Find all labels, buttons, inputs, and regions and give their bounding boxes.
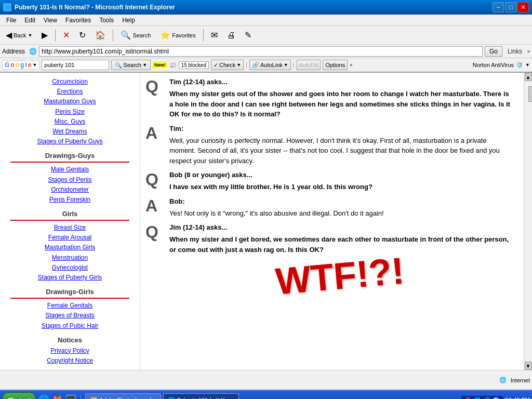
stop-icon: ✕	[63, 30, 70, 40]
status-bar: 🌐 Internet	[0, 370, 532, 390]
taskbar-firefox-icon[interactable]: 🦊	[51, 394, 63, 399]
answer-label: Bob:	[169, 197, 513, 205]
google-logo[interactable]: Google ▼	[2, 60, 39, 70]
menu-view[interactable]: View	[39, 16, 61, 25]
favorites-button[interactable]: ⭐ Favorites	[156, 28, 199, 43]
qa-question-row: QBob (8 or younger) asks...I have sex wi…	[145, 171, 513, 192]
sidebar-link[interactable]: Masturbation Girls	[0, 243, 140, 252]
q-letter: Q	[145, 78, 161, 95]
answer-content: Bob:Yes! Not only is it "wrong," it's al…	[169, 197, 513, 219]
sidebar-link[interactable]: Male Genitals	[0, 165, 140, 175]
q-letter: Q	[145, 171, 161, 188]
sidebar-section-girls: Girls	[0, 210, 140, 218]
menu-edit[interactable]: Edit	[20, 16, 39, 25]
google-search-button[interactable]: 🔍 Search ▼	[111, 60, 151, 70]
taskbar-icon-3[interactable]: 🖥️	[65, 394, 76, 399]
menu-favorites[interactable]: Favorites	[61, 16, 95, 25]
search-button[interactable]: 🔍 Search	[117, 28, 154, 43]
maximize-button[interactable]: □	[505, 2, 516, 12]
address-bar: Address 🌐 Go Links »	[0, 45, 532, 58]
back-dropdown-icon[interactable]: ▼	[28, 33, 32, 38]
taskbar-photoshop[interactable]: 🖼️ Adobe Photoshop - [...	[85, 393, 161, 399]
refresh-button[interactable]: ↻	[75, 28, 89, 43]
scroll-down-button[interactable]: ▼	[525, 362, 532, 370]
autolink-button[interactable]: 🔗 AutoLink ▼	[249, 60, 291, 70]
menu-file[interactable]: File	[2, 16, 20, 25]
question-asker: Jim (12-14) asks...	[169, 223, 513, 231]
sidebar-link[interactable]: Stages of Pubic Hair	[0, 321, 140, 331]
question-content: Tim (12-14) asks...When my sister gets o…	[169, 78, 513, 119]
menu-tools[interactable]: Tools	[95, 16, 118, 25]
scroll-up-button[interactable]: ▲	[525, 73, 532, 81]
minimize-button[interactable]: −	[493, 2, 504, 12]
antivirus-icon: 🛡️	[493, 397, 500, 399]
autolink-dropdown-icon[interactable]: ▼	[284, 62, 288, 68]
sidebar-section-drawings-girls: Drawings-Girls	[0, 288, 140, 296]
sidebar-link[interactable]: Stages of Puberty Guys	[0, 137, 140, 147]
sidebar-link[interactable]: Circumcision	[0, 77, 140, 87]
google-dropdown-icon[interactable]: ▼	[32, 62, 37, 68]
home-button[interactable]: 🏠	[91, 28, 109, 43]
autofill-button[interactable]: AutoFill	[297, 60, 321, 70]
browser-content: CircumcisionErectionsMasturbation GuysPe…	[0, 73, 532, 370]
sidebar-link[interactable]: Wet Dreams	[0, 127, 140, 137]
google-search-input[interactable]	[42, 60, 109, 70]
toolbar: ◀ Back ▼ ▶ ✕ ↻ 🏠 🔍 Search ⭐ Favorites ✉ …	[0, 26, 532, 45]
options-button[interactable]: Options	[323, 60, 348, 70]
sidebar-link[interactable]: Orchidometer	[0, 185, 140, 195]
sidebar-link[interactable]: Misc. Guys	[0, 117, 140, 127]
norton-area: Norton AntiVirus 🛡️ ▼	[473, 62, 530, 69]
check-button[interactable]: ✓ Check ▼	[211, 60, 244, 70]
address-input[interactable]	[39, 46, 483, 57]
sidebar-link[interactable]: Copyright Notice	[0, 356, 140, 366]
sidebar-link[interactable]: Female Genitals	[0, 301, 140, 311]
taskbar-ie-window[interactable]: 🌐 Puberty 101-Is It Nor...	[163, 393, 239, 399]
links-button[interactable]: Links	[504, 47, 525, 56]
norton-dropdown-icon[interactable]: ▼	[525, 62, 530, 68]
taskbar-ie-icon[interactable]: 🌐	[38, 394, 49, 399]
menu-help[interactable]: Help	[118, 16, 139, 25]
question-content: Bob (8 or younger) asks...I have sex wit…	[169, 171, 513, 192]
title-bar: 🌐 Puberty 101-Is It Normal? - Microsoft …	[0, 0, 532, 15]
a-letter: A	[145, 197, 161, 214]
scrollbar[interactable]: ▲ ▼	[524, 73, 532, 370]
toolbar-separator-1	[55, 29, 56, 42]
sidebar-link[interactable]: Masturbation Guys	[0, 97, 140, 107]
windows-icon: ⊞	[8, 396, 14, 399]
sidebar-link[interactable]: Privacy Policy	[0, 346, 140, 356]
go-button[interactable]: Go	[485, 46, 502, 57]
edit-button[interactable]: ✎	[241, 28, 255, 43]
sidebar-link[interactable]: Stages of Puberty Girls	[0, 273, 140, 283]
google-search-dropdown-icon[interactable]: ▼	[142, 62, 147, 68]
sidebar-link[interactable]: Menstruation	[0, 253, 140, 263]
sidebar-section-drawings-guys: Drawings-Guys	[0, 152, 140, 159]
answer-body: Yes! Not only is it "wrong," it's also a…	[169, 208, 513, 219]
sidebar-link[interactable]: Erections	[0, 87, 140, 97]
sidebar-links-group5: Privacy PolicyCopyright Notice	[0, 346, 140, 366]
start-button[interactable]: ⊞ start	[2, 392, 36, 399]
mail-button[interactable]: ✉	[207, 28, 221, 43]
sidebar-link[interactable]: Stages of Breasts	[0, 311, 140, 321]
scroll-thumb[interactable]	[528, 86, 533, 102]
mail-icon: ✉	[211, 30, 218, 40]
back-button[interactable]: ◀ Back ▼	[2, 28, 36, 43]
ie-taskbar-icon: 🌐	[168, 397, 175, 399]
sidebar-link[interactable]: Penis Size	[0, 107, 140, 117]
check-dropdown-icon[interactable]: ▼	[236, 62, 241, 68]
sidebar-link[interactable]: Female Arousal	[0, 233, 140, 243]
sidebar-link[interactable]: Gynecologist	[0, 263, 140, 273]
sidebar-link[interactable]: Breast Size	[0, 223, 140, 233]
blocked-badge[interactable]: 15 blocked	[179, 61, 209, 69]
print-button[interactable]: 🖨	[223, 28, 239, 43]
window-title: Puberty 101-Is It Normal? - Microsoft In…	[15, 4, 175, 11]
internet-label: Internet	[511, 377, 530, 383]
close-button[interactable]: ✕	[517, 2, 529, 12]
clock: 12:48 PM	[505, 397, 530, 399]
sidebar-link[interactable]: Penis Foreskin	[0, 195, 140, 205]
norton-label: Norton AntiVirus	[473, 62, 514, 68]
stop-button[interactable]: ✕	[59, 28, 73, 43]
forward-button[interactable]: ▶	[38, 28, 51, 43]
toolbar-icon-1: 📰	[169, 62, 177, 69]
sidebar-link[interactable]: Stages of Penis	[0, 175, 140, 185]
help-icon: ❓	[464, 397, 472, 399]
